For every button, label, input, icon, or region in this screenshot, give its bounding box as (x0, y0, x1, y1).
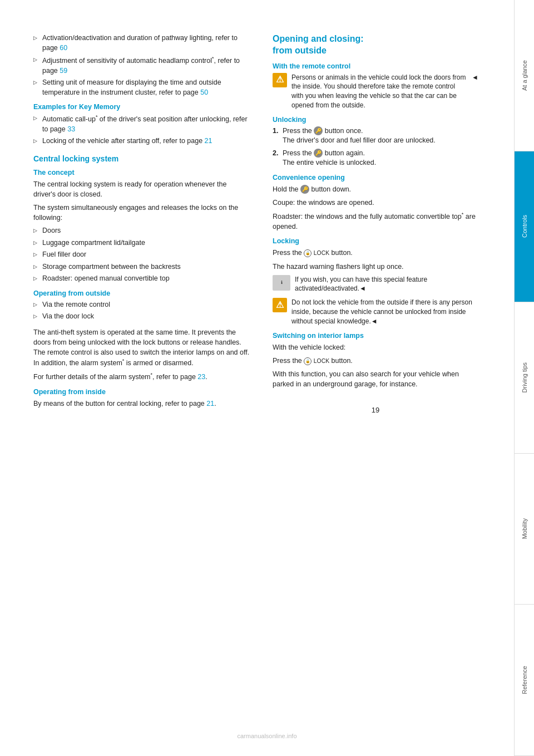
concept-bullet-list: Doors Luggage compartment lid/tailgate F… (33, 226, 250, 284)
operating-outside-bullet-2: Via the door lock (33, 312, 250, 322)
lock-circle-icon-2: 🔒 (304, 357, 312, 365)
lock-circle-icon: 🔒 (304, 249, 312, 257)
central-locking-heading: Central locking system (33, 154, 250, 163)
convenience-p1: Hold the 🔑 button down. (273, 184, 478, 194)
locking-heading: Locking (273, 237, 478, 245)
unlocking-steps-list: 1. Press the 🔑 button once. The driver's… (273, 126, 478, 168)
warning-box-remote: ⚠ Persons or animals in the vehicle coul… (273, 73, 478, 110)
sidebar-section-mobility[interactable]: Mobility (515, 454, 534, 605)
intro-bullet-1: Activation/deactivation and duration of … (33, 33, 250, 53)
operating-inside-p1: By means of the button for central locki… (33, 399, 250, 409)
concept-p1: The central locking system is ready for … (33, 179, 250, 199)
link-21a[interactable]: 21 (205, 137, 212, 145)
sidebar: At a glance Controls Driving tips Mobili… (514, 0, 534, 756)
key-button-icon-2: 🔑 (314, 149, 323, 158)
locking-info-box: ℹ If you wish, you can have this special… (273, 275, 478, 294)
sidebar-section-driving-tips[interactable]: Driving tips (515, 302, 534, 454)
warning-icon-2: ⚠ (273, 298, 287, 312)
intro-bullet-3: Setting unit of measure for displaying t… (33, 78, 250, 97)
operating-outside-bullet-1: Via the remote control (33, 300, 250, 310)
right-column: Opening and closing:from outside With th… (261, 33, 478, 734)
sidebar-label-at-a-glance: At a glance (521, 60, 528, 91)
sidebar-label-reference: Reference (521, 666, 528, 694)
switching-lamps-heading: Switching on interior lamps (273, 332, 478, 340)
sidebar-label-driving-tips: Driving tips (521, 362, 528, 392)
page-number: 19 (372, 406, 379, 414)
switching-p2: Press the 🔒 LOCK button. (273, 356, 478, 366)
warning-icon: ⚠ (273, 73, 287, 87)
back-marker3: ◄ (371, 317, 378, 325)
unlocking-step-2: 2. Press the 🔑 button again. The entire … (273, 149, 478, 168)
concept-bullet-3: Fuel filler door (33, 250, 250, 260)
operating-outside-p2: For further details of the alarm system*… (33, 371, 250, 382)
unlocking-heading: Unlocking (273, 116, 478, 124)
examples-heading: Examples for Key Memory (33, 103, 250, 111)
key-button-icon-1: 🔑 (314, 126, 323, 135)
link-59[interactable]: 59 (60, 67, 67, 75)
page-container: Activation/deactivation and duration of … (0, 0, 534, 756)
concept-heading: The concept (33, 169, 250, 176)
examples-bullet-list: Automatic call-up* of the driver's seat … (33, 114, 250, 146)
intro-bullet-list: Activation/deactivation and duration of … (33, 33, 250, 97)
sidebar-section-at-a-glance[interactable]: At a glance (515, 0, 534, 151)
link-21b[interactable]: 21 (206, 400, 214, 408)
concept-bullet-2: Luggage compartment lid/tailgate (33, 238, 250, 248)
concept-bullet-5: Roadster: opened manual convertible top (33, 274, 250, 284)
key-button-icon-3: 🔑 (300, 185, 309, 194)
locking-p1: Press the 🔒 LOCK button. (273, 248, 478, 258)
info-icon: ℹ (273, 275, 290, 291)
concept-p2: The system simultaneously engages and re… (33, 203, 250, 223)
switching-p3: With this function, you can also search … (273, 369, 478, 389)
operating-inside-heading: Operating from inside (33, 388, 250, 396)
operating-outside-bullets: Via the remote control Via the door lock (33, 300, 250, 322)
link-23[interactable]: 23 (197, 374, 205, 381)
concept-bullet-1: Doors (33, 226, 250, 236)
opening-closing-title: Opening and closing:from outside (273, 33, 478, 57)
left-column: Activation/deactivation and duration of … (33, 33, 250, 734)
warning-box-locking: ⚠ Do not lock the vehicle from the outsi… (273, 298, 478, 326)
link-33[interactable]: 33 (67, 125, 75, 133)
main-content: Activation/deactivation and duration of … (0, 0, 514, 756)
sidebar-section-controls[interactable]: Controls (515, 151, 534, 303)
warning-text: Persons or animals in the vehicle could … (291, 73, 467, 110)
back-marker: ◄ (472, 73, 478, 110)
convenience-heading: Convenience opening (273, 174, 478, 181)
locking-info-text: If you wish, you can have this special f… (295, 275, 478, 294)
convenience-p2: Coupe: the windows are opened. (273, 198, 478, 208)
examples-bullet-2: Locking of the vehicle after starting of… (33, 136, 250, 146)
locking-p2: The hazard warning flashers light up onc… (273, 262, 478, 272)
locking-warning-text: Do not lock the vehicle from the outside… (291, 298, 478, 326)
page-bottom: 19 (273, 406, 478, 414)
remote-control-heading: With the remote control (273, 62, 478, 70)
link-50[interactable]: 50 (200, 89, 208, 96)
sidebar-label-mobility: Mobility (521, 518, 528, 539)
concept-bullet-4: Storage compartment between the backrest… (33, 262, 250, 272)
link-60[interactable]: 60 (60, 44, 67, 52)
examples-bullet-1: Automatic call-up* of the driver's seat … (33, 114, 250, 134)
back-marker2: ◄ (359, 284, 366, 292)
switching-p1: With the vehicle locked: (273, 342, 478, 352)
convenience-p3: Roadster: the windows and the fully auto… (273, 211, 478, 232)
operating-outside-heading: Operating from outside (33, 289, 250, 297)
operating-outside-p1: The anti-theft system is operated at the… (33, 327, 250, 369)
unlocking-step-1: 1. Press the 🔑 button once. The driver's… (273, 126, 478, 146)
watermark: carmanualsonline.info (0, 733, 534, 739)
intro-bullet-2: Adjustment of sensitivity of automatic h… (33, 55, 250, 76)
sidebar-label-controls: Controls (521, 215, 528, 238)
